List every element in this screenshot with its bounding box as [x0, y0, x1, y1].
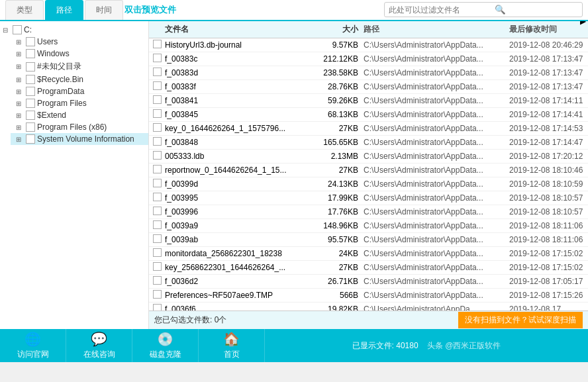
visit-btn[interactable]: 🌐 访问官网: [0, 329, 66, 362]
row-check[interactable]: [153, 151, 162, 160]
row-size: 566B: [311, 291, 364, 300]
table-row[interactable]: 005333.ldb 2.13MB C:\Users\Administrator…: [149, 150, 588, 164]
row-check[interactable]: [153, 81, 162, 90]
row-path: C:\Users\Administrator\AppData...: [364, 68, 509, 77]
tree-item-programfiles[interactable]: ⊞ Program Files: [11, 97, 148, 109]
tree-check-users[interactable]: [26, 37, 35, 46]
table-row[interactable]: reportnow_0_1644626264_1_15... 27KB C:\U…: [149, 164, 588, 177]
row-check[interactable]: [153, 276, 162, 285]
row-size: 17.76KB: [311, 207, 364, 216]
home-btn[interactable]: 🏠 首页: [199, 329, 265, 362]
row-filename: f_003996: [165, 207, 311, 216]
row-size: 27KB: [311, 166, 364, 175]
table-row[interactable]: Preferences~RF507aee9.TMP 566B C:\Users\…: [149, 289, 588, 303]
row-path: C:\Users\Administrator\AppData...: [364, 124, 509, 133]
clone-icon: 💿: [157, 331, 173, 347]
table-row[interactable]: f_003841 59.26KB C:\Users\Administrator\…: [149, 94, 588, 108]
row-time: 2019-12-08 17:14:41: [509, 110, 588, 119]
tab-path[interactable]: 路径: [45, 0, 83, 20]
row-check[interactable]: [153, 207, 162, 215]
tree-check-windows[interactable]: [26, 49, 35, 58]
left-tree: ⊟ C: ⊞ Users ⊞ Windows ⊞ #未知父目录 ⊞: [0, 21, 149, 329]
row-check[interactable]: [153, 179, 162, 187]
row-filename: f_0039ab: [165, 235, 311, 244]
search-button[interactable]: 🔍: [491, 3, 510, 17]
row-filename: f_003845: [165, 110, 311, 119]
row-path: C:\Users\Administrator\AppData...: [364, 193, 509, 203]
row-time: 2019-12-08 17:13:47: [509, 68, 588, 77]
file-count-label: 已显示文件: 40180: [352, 341, 418, 350]
row-check[interactable]: [153, 54, 162, 62]
tree-item-extend[interactable]: ⊞ $Extend: [11, 109, 148, 121]
table-row[interactable]: key_0_1644626264_1_1575796... 27KB C:\Us…: [149, 122, 588, 136]
row-size: 212.12KB: [311, 54, 364, 64]
deep-scan-btn[interactable]: 没有扫描到文件？试试深度扫描: [458, 312, 583, 328]
row-check[interactable]: [153, 262, 162, 271]
tab-time[interactable]: 时间: [85, 0, 123, 20]
tree-item-programfilesx86[interactable]: ⊞ Program Files (x86): [11, 121, 148, 133]
row-check[interactable]: [153, 220, 162, 229]
table-row[interactable]: f_0039ab 95.57KB C:\Users\Administrator\…: [149, 233, 588, 247]
right-panel: ▶ 文件名 大小 路径 最后修改时间 HistoryUrl3.db-journa…: [149, 21, 588, 329]
row-check[interactable]: [153, 95, 162, 104]
tree-check-programdata[interactable]: [26, 87, 35, 96]
consult-icon: 💬: [91, 331, 107, 347]
row-size: 9.57KB: [311, 40, 364, 50]
row-check[interactable]: [153, 109, 162, 118]
table-row[interactable]: f_00383f 28.76KB C:\Users\Administrator\…: [149, 80, 588, 94]
row-time: 2019-12-08 18:10:57: [509, 193, 588, 203]
tree-label-unknown: #未知父目录: [37, 61, 81, 72]
tab-type[interactable]: 类型: [5, 0, 44, 20]
row-check[interactable]: [153, 137, 162, 146]
table-row[interactable]: f_003848 165.65KB C:\Users\Administrator…: [149, 136, 588, 150]
consult-btn[interactable]: 💬 在线咨询: [66, 329, 132, 362]
table-row[interactable]: HistoryUrl3.db-journal 9.57KB C:\Users\A…: [149, 38, 588, 52]
bottom-status: 已显示文件: 40180 头条 @西米正版软件: [265, 340, 588, 352]
table-row[interactable]: monitordata_2568622301_18238 24KB C:\Use…: [149, 247, 588, 261]
tree-check-programfiles[interactable]: [26, 99, 35, 108]
tree-item-windows[interactable]: ⊞ Windows: [11, 48, 148, 60]
tree-label-users: Users: [37, 37, 58, 46]
clone-btn[interactable]: 💿 磁盘克隆: [132, 329, 199, 362]
table-row[interactable]: f_003996 17.76KB C:\Users\Administrator\…: [149, 205, 588, 219]
table-row[interactable]: f_00383d 238.58KB C:\Users\Administrator…: [149, 66, 588, 80]
tree-check-extend[interactable]: [26, 111, 35, 120]
table-row[interactable]: f_00399d 24.13KB C:\Users\Administrator\…: [149, 177, 588, 191]
table-row[interactable]: f_003845 68.13KB C:\Users\Administrator\…: [149, 108, 588, 122]
table-row[interactable]: f_0039a9 148.96KB C:\Users\Administrator…: [149, 219, 588, 233]
row-size: 2.13MB: [311, 152, 364, 161]
table-row[interactable]: key_2568622301_1644626264_... 27KB C:\Us…: [149, 261, 588, 275]
row-path: C:\Users\Administrator\AppData...: [364, 235, 509, 244]
row-check[interactable]: [153, 68, 162, 76]
row-check[interactable]: [153, 290, 162, 299]
row-size: 26.71KB: [311, 277, 364, 286]
search-input[interactable]: [385, 4, 491, 16]
row-check[interactable]: [153, 234, 162, 243]
row-check[interactable]: [153, 193, 162, 201]
tree-check-unknown[interactable]: [26, 62, 35, 72]
tree-item-sysvolinfo[interactable]: ⊞ System Volume Information: [11, 133, 148, 145]
tree-root-c[interactable]: ⊟ C:: [0, 24, 148, 36]
tree-item-unknown[interactable]: ⊞ #未知父目录: [11, 60, 148, 73]
row-time: 2019-12-08 17:14:47: [509, 138, 588, 147]
tree-check-recycle[interactable]: [26, 75, 35, 84]
row-size: 27KB: [311, 263, 364, 272]
bottom-bar: 🌐 访问官网 💬 在线咨询 💿 磁盘克隆 🏠 首页 已显示文件: 40180 头…: [0, 329, 588, 362]
table-row[interactable]: f_0036d2 26.71KB C:\Users\Administrator\…: [149, 275, 588, 289]
row-check[interactable]: [153, 304, 162, 310]
tree-item-programdata[interactable]: ⊞ ProgramData: [11, 85, 148, 97]
tree-check-programfilesx86[interactable]: [26, 122, 35, 132]
row-check[interactable]: [153, 165, 162, 173]
table-row[interactable]: f_0036f6 19.82KB C:\Users\Administrator\…: [149, 303, 588, 310]
row-check[interactable]: [153, 40, 162, 48]
tree-item-users[interactable]: ⊞ Users: [11, 36, 148, 48]
row-path: C:\Users\Administrator\AppData...: [364, 166, 509, 175]
row-check[interactable]: [153, 123, 162, 132]
tree-check-sysvolinfo[interactable]: [26, 134, 35, 144]
tree-check-c[interactable]: [13, 25, 22, 34]
row-check[interactable]: [153, 248, 162, 257]
tree-item-recycle[interactable]: ⊞ $Recycle.Bin: [11, 73, 148, 85]
table-row[interactable]: f_003995 17.99KB C:\Users\Administrator\…: [149, 191, 588, 205]
watermark: 头条 @西米正版软件: [427, 341, 501, 350]
table-row[interactable]: f_00383c 212.12KB C:\Users\Administrator…: [149, 52, 588, 66]
